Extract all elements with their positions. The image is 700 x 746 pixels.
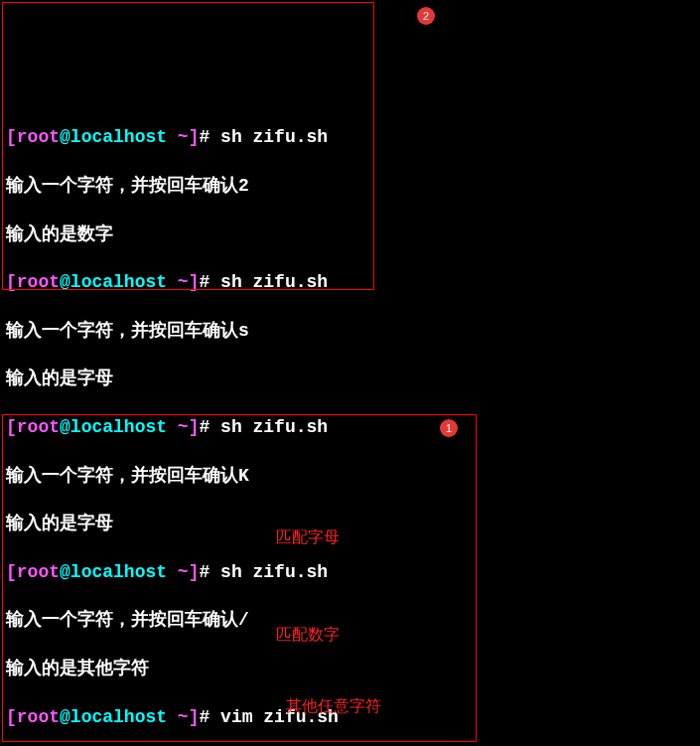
terminal-area[interactable]: [root@localhost ~]# sh zifu.sh 输入一个字符，并按… — [6, 101, 694, 746]
terminal-line: 输入的是字母 — [6, 367, 694, 390]
terminal-line: 输入一个字符，并按回车确认/ — [6, 608, 694, 632]
annotation-letter: 匹配字母 — [276, 526, 340, 548]
terminal-line: 输入一个字符，并按回车确认s — [6, 319, 694, 343]
terminal-line: [root@localhost ~]# sh zifu.sh — [6, 415, 694, 439]
terminal-line: 输入的是数字 — [6, 223, 694, 246]
terminal-line: [root@localhost ~]# sh zifu.sh — [6, 560, 694, 584]
terminal-line: 输入一个字符，并按回车确认K — [6, 464, 694, 488]
terminal-line: 输入的是其他字符 — [6, 657, 694, 680]
terminal-line: 输入一个字符，并按回车确认2 — [6, 174, 694, 198]
annotation-digit: 匹配数字 — [276, 624, 340, 646]
terminal-line: [root@localhost ~]# sh zifu.sh — [6, 270, 694, 294]
terminal-line: 输入的是字母 — [6, 512, 694, 535]
annotation-marker-2: 2 — [417, 7, 435, 25]
annotation-other: 其他任意字符 — [286, 695, 381, 717]
terminal-line: [root@localhost ~]# sh zifu.sh — [6, 125, 694, 149]
